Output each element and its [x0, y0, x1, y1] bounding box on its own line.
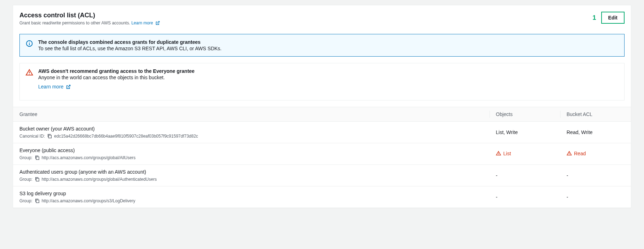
panel-description: Grant basic read/write permissions to ot…: [19, 21, 160, 26]
objects-cell: -: [489, 190, 560, 204]
copy-button[interactable]: [35, 177, 40, 182]
objects-cell: List: [489, 146, 560, 162]
grantee-name: Authenticated users group (anyone with a…: [19, 169, 483, 175]
copy-icon: [35, 155, 40, 160]
grantee-sub-label: Group:: [19, 177, 33, 182]
grantee-cell: S3 log delivery groupGroup: http://acs.a…: [13, 186, 489, 208]
copy-icon: [47, 134, 52, 139]
copy-button[interactable]: [35, 198, 40, 203]
panel-header-text: Access control list (ACL) Grant basic re…: [19, 12, 160, 26]
bucket-acl-cell: Read: [560, 146, 631, 162]
warning-icon: [25, 69, 33, 76]
grantee-sub-label: Group:: [19, 198, 33, 203]
edit-button[interactable]: Edit: [601, 12, 625, 24]
panel-body: The console displays combined access gra…: [13, 34, 631, 208]
acl-panel: Access control list (ACL) Grant basic re…: [13, 5, 631, 208]
panel-title: Access control list (ACL): [19, 12, 160, 19]
grantee-sub: Group: http://acs.amazonaws.com/groups/g…: [19, 155, 483, 160]
external-link-icon: [156, 21, 160, 26]
copy-icon: [35, 198, 40, 203]
grantee-sub: Group: http://acs.amazonaws.com/groups/g…: [19, 177, 483, 182]
objects-cell: List, Write: [489, 125, 560, 139]
panel-description-text: Grant basic read/write permissions to ot…: [19, 21, 130, 25]
warning-icon: [567, 151, 572, 156]
copy-button[interactable]: [35, 155, 40, 160]
svg-point-8: [498, 154, 499, 155]
grantee-name: Everyone (public access): [19, 147, 483, 153]
warning-learn-more-text: Learn more: [38, 84, 64, 89]
copy-button[interactable]: [47, 134, 52, 139]
learn-more-link[interactable]: Learn more: [131, 21, 160, 25]
grantee-sub-label: Group:: [19, 155, 33, 160]
info-alert-body: To see the full list of ACLs, use the Am…: [38, 46, 619, 51]
warning-icon: [496, 151, 501, 156]
acl-table-body: Bucket owner (your AWS account)Canonical…: [13, 122, 631, 208]
external-link-icon: [66, 85, 71, 90]
grantee-name: Bucket owner (your AWS account): [19, 126, 483, 132]
warning-alert-learn: Learn more: [38, 84, 619, 90]
grantee-sub-value: http://acs.amazonaws.com/groups/global/A…: [42, 155, 135, 160]
col-header-grantee: Grantee: [13, 107, 489, 121]
bucket-acl-cell: -: [560, 168, 631, 183]
acl-table: Grantee Objects Bucket ACL Bucket owner …: [13, 107, 631, 208]
warning-alert: AWS doesn't recommend granting access to…: [19, 63, 625, 100]
info-alert: The console displays combined access gra…: [19, 34, 625, 57]
grantee-name: S3 log delivery group: [19, 191, 483, 196]
table-row: S3 log delivery groupGroup: http://acs.a…: [13, 186, 631, 208]
panel-header: Access control list (ACL) Grant basic re…: [13, 5, 631, 30]
grantee-sub-value: http://acs.amazonaws.com/groups/global/A…: [42, 177, 157, 182]
bucket-acl-cell: -: [560, 190, 631, 204]
warning-alert-title: AWS doesn't recommend granting access to…: [38, 68, 619, 74]
svg-rect-11: [36, 178, 39, 181]
table-row: Authenticated users group (anyone with a…: [13, 165, 631, 186]
bucket-acl-value: Read: [567, 151, 586, 156]
svg-rect-6: [36, 157, 39, 160]
grantee-cell: Authenticated users group (anyone with a…: [13, 165, 489, 186]
warning-alert-body: Anyone in the world can access the objec…: [38, 75, 619, 80]
svg-point-2: [29, 42, 30, 42]
grantee-sub-value: edc15a42d26668bc7db66b4aae9f810f5907c28e…: [54, 134, 198, 139]
grantee-sub: Canonical ID: edc15a42d26668bc7db66b4aae…: [19, 134, 483, 139]
info-icon: [25, 40, 33, 47]
acl-table-header: Grantee Objects Bucket ACL: [13, 107, 631, 122]
warning-learn-more-link[interactable]: Learn more: [38, 84, 71, 89]
svg-point-4: [29, 74, 30, 75]
col-header-bucket-acl: Bucket ACL: [560, 107, 631, 121]
col-header-objects: Objects: [489, 107, 560, 121]
grantee-cell: Everyone (public access)Group: http://ac…: [13, 143, 489, 164]
grantee-sub-value: http://acs.amazonaws.com/groups/s3/LogDe…: [42, 198, 135, 203]
warning-alert-content: AWS doesn't recommend granting access to…: [38, 68, 619, 95]
svg-rect-5: [48, 135, 51, 138]
bucket-acl-cell: Read, Write: [560, 125, 631, 139]
table-row: Everyone (public access)Group: http://ac…: [13, 143, 631, 165]
objects-cell: -: [489, 168, 560, 183]
svg-point-10: [569, 154, 569, 155]
copy-icon: [35, 177, 40, 182]
panel-header-actions: 1 Edit: [593, 12, 625, 24]
grantee-sub-label: Canonical ID:: [19, 134, 45, 139]
info-alert-title: The console displays combined access gra…: [38, 39, 619, 45]
svg-rect-12: [36, 200, 39, 203]
table-row: Bucket owner (your AWS account)Canonical…: [13, 122, 631, 143]
info-alert-content: The console displays combined access gra…: [38, 39, 619, 51]
grantee-cell: Bucket owner (your AWS account)Canonical…: [13, 122, 489, 143]
learn-more-text: Learn more: [131, 21, 153, 25]
grantee-sub: Group: http://acs.amazonaws.com/groups/s…: [19, 198, 483, 203]
step-number: 1: [593, 14, 596, 22]
objects-value: List: [496, 151, 511, 156]
